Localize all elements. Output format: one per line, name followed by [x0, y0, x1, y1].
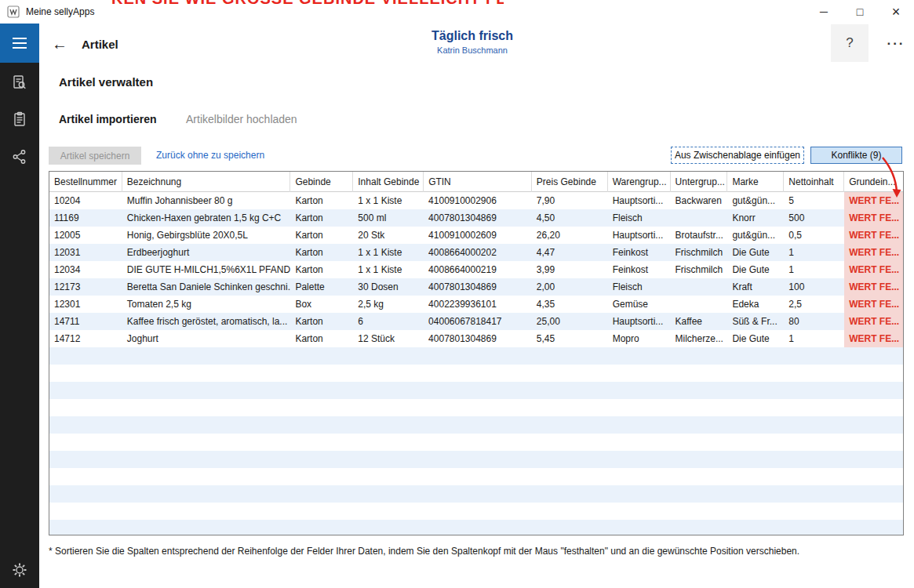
table-cell[interactable]: Edeka: [727, 296, 784, 313]
table-cell[interactable]: 2,00: [532, 278, 608, 296]
table-cell[interactable]: Milcherze...: [671, 330, 728, 347]
table-cell[interactable]: Karton: [290, 330, 353, 347]
table-cell[interactable]: 2,5: [784, 296, 844, 313]
table-cell[interactable]: 11169: [49, 209, 122, 227]
table-cell[interactable]: 12034: [49, 261, 122, 278]
table-cell[interactable]: 10204: [49, 192, 122, 209]
table-cell[interactable]: 12005: [49, 227, 122, 244]
table-cell[interactable]: Fleisch: [608, 278, 671, 296]
table-cell[interactable]: 30 Dosen: [353, 278, 424, 296]
table-cell[interactable]: Erdbeerjoghurt: [122, 244, 291, 261]
conflict-cell[interactable]: WERT FE...: [844, 261, 903, 278]
column-header[interactable]: Preis Gebinde: [532, 172, 608, 192]
conflict-cell[interactable]: WERT FE...: [844, 244, 903, 261]
table-cell[interactable]: 80: [784, 313, 844, 330]
paste-from-clipboard-button[interactable]: Aus Zwischenablage einfügen: [671, 147, 804, 164]
back-without-saving-link[interactable]: Zurück ohne zu speichern: [156, 150, 264, 161]
sidebar-item-share[interactable]: [0, 141, 39, 172]
table-cell[interactable]: Tomaten 2,5 kg: [122, 296, 291, 313]
table-cell[interactable]: 4002239936101: [424, 296, 532, 313]
minimize-icon[interactable]: ─: [806, 0, 842, 24]
table-row[interactable]: 12034DIE GUTE H-MILCH1,5%6X1L PFANDKarto…: [49, 261, 903, 278]
table-cell[interactable]: Hauptsorti...: [608, 313, 671, 330]
table-cell[interactable]: gut&gün...: [727, 192, 784, 209]
table-cell[interactable]: Karton: [290, 209, 353, 227]
table-cell[interactable]: 20 Stk: [353, 227, 424, 244]
table-cell[interactable]: Honig, Gebirgsblüte 20X0,5L: [122, 227, 291, 244]
column-header[interactable]: Inhalt Gebinde: [353, 172, 424, 192]
column-header[interactable]: Gebinde: [290, 172, 353, 192]
table-cell[interactable]: Frischmilch: [671, 261, 728, 278]
table-cell[interactable]: gut&gün...: [727, 227, 784, 244]
table-cell[interactable]: Die Gute: [727, 261, 784, 278]
table-cell[interactable]: Kaffee frisch geröstet, aromatisch, la..…: [122, 313, 291, 330]
table-cell[interactable]: Feinkost: [608, 261, 671, 278]
table-cell[interactable]: Karton: [290, 313, 353, 330]
conflict-cell[interactable]: WERT FE...: [844, 296, 903, 313]
table-cell[interactable]: Hauptsorti...: [608, 227, 671, 244]
table-cell[interactable]: [671, 209, 728, 227]
sidebar-item-articles[interactable]: [0, 103, 39, 135]
sidebar-item-search-articles[interactable]: [0, 67, 39, 98]
menu-button[interactable]: [0, 24, 39, 63]
help-button[interactable]: ?: [831, 24, 868, 62]
column-header[interactable]: Warengrup...: [608, 172, 671, 192]
tab-artikel-importieren[interactable]: Artikel importieren: [59, 113, 156, 125]
table-cell[interactable]: 2,5 kg: [353, 296, 424, 313]
table-row[interactable]: 12173Beretta San Daniele Schinken geschn…: [49, 278, 903, 296]
table-cell[interactable]: Frischmilch: [671, 244, 728, 261]
table-cell[interactable]: 14711: [49, 313, 122, 330]
table-cell[interactable]: Muffin Johannisbeer 80 g: [122, 192, 291, 209]
conflict-cell[interactable]: WERT FE...: [844, 278, 903, 296]
table-cell[interactable]: 12301: [49, 296, 122, 313]
table-row[interactable]: 12301Tomaten 2,5 kgBox2,5 kg400223993610…: [49, 296, 903, 313]
table-cell[interactable]: Box: [290, 296, 353, 313]
table-cell[interactable]: 4100910002906: [424, 192, 532, 209]
table-cell[interactable]: Karton: [290, 244, 353, 261]
table-cell[interactable]: 14712: [49, 330, 122, 347]
close-icon[interactable]: ×: [878, 0, 914, 24]
table-cell[interactable]: 1: [784, 330, 844, 347]
column-header[interactable]: Grundein...: [844, 172, 903, 192]
table-cell[interactable]: Karton: [290, 192, 353, 209]
table-cell[interactable]: 4,47: [532, 244, 608, 261]
table-cell[interactable]: Hauptsorti...: [608, 192, 671, 209]
table-cell[interactable]: 1 x 1 Kiste: [353, 261, 424, 278]
table-cell[interactable]: Karton: [290, 261, 353, 278]
table-cell[interactable]: Knorr: [727, 209, 784, 227]
table-row[interactable]: 10204Muffin Johannisbeer 80 gKarton1 x 1…: [49, 192, 903, 209]
table-cell[interactable]: 4007801304869: [424, 209, 532, 227]
column-header[interactable]: Nettoinhalt: [784, 172, 844, 192]
conflict-cell[interactable]: WERT FE...: [844, 313, 903, 330]
table-cell[interactable]: Mopro: [608, 330, 671, 347]
conflicts-button[interactable]: Konflikte (9): [810, 147, 902, 164]
tab-artikelbilder-hochladen[interactable]: Artikelbilder hochladen: [186, 113, 297, 125]
conflict-cell[interactable]: WERT FE...: [844, 330, 903, 347]
table-cell[interactable]: 12031: [49, 244, 122, 261]
table-cell[interactable]: Die Gute: [727, 244, 784, 261]
table-cell[interactable]: 12173: [49, 278, 122, 296]
conflict-cell[interactable]: WERT FE...: [844, 227, 903, 244]
table-cell[interactable]: DIE GUTE H-MILCH1,5%6X1L PFAND: [122, 261, 291, 278]
table-cell[interactable]: Palette: [290, 278, 353, 296]
table-cell[interactable]: 4007801304869: [424, 278, 532, 296]
column-header[interactable]: Bezeichnung: [122, 172, 291, 192]
table-cell[interactable]: 5,45: [532, 330, 608, 347]
maximize-icon[interactable]: □: [842, 0, 878, 24]
table-row[interactable]: 12005Honig, Gebirgsblüte 20X0,5LKarton20…: [49, 227, 903, 244]
table-cell[interactable]: Kraft: [727, 278, 784, 296]
table-cell[interactable]: 1: [784, 244, 844, 261]
column-header[interactable]: GTIN: [424, 172, 532, 192]
table-cell[interactable]: 4,50: [532, 209, 608, 227]
column-header[interactable]: Bestellnummer: [49, 172, 122, 192]
table-row[interactable]: 11169Chicken-Haxen gebraten 1,5 kg C+CKa…: [49, 209, 903, 227]
table-cell[interactable]: 7,90: [532, 192, 608, 209]
table-row[interactable]: 12031ErdbeerjoghurtKarton1 x 1 Kiste4008…: [49, 244, 903, 261]
table-cell[interactable]: 0,5: [784, 227, 844, 244]
table-cell[interactable]: 4100910002609: [424, 227, 532, 244]
table-cell[interactable]: Brotaufstr...: [671, 227, 728, 244]
table-cell[interactable]: 1: [784, 261, 844, 278]
column-header[interactable]: Untergrup...: [671, 172, 728, 192]
column-header[interactable]: Marke: [727, 172, 784, 192]
conflict-cell[interactable]: WERT FE...: [844, 192, 903, 209]
